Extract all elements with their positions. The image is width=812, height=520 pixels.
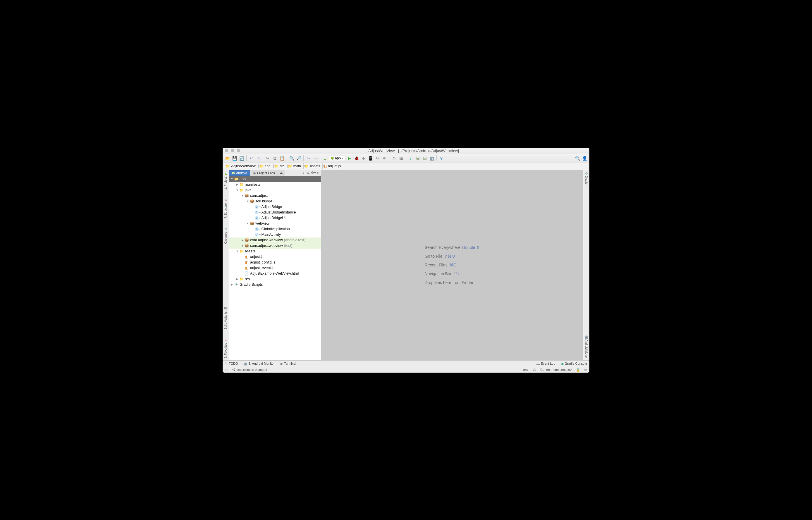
main-toolbar: 📂 💾 🔃 ↶ ↷ ✂ ⧉ 📋 🔍 🔎 ⇦ ⇨ ⤓ ⬢ app ▾ ▶ 🐞 ◆ … (222, 154, 590, 163)
tree-node-manifests[interactable]: ▶📁manifests (229, 182, 321, 187)
left-tool-gutter: 1: Project◆ 7: Structure◈ Captures◎ Buil… (222, 170, 229, 360)
run-config-label: app (335, 156, 341, 160)
trash-icon[interactable]: ▭ (584, 368, 587, 372)
tool-gradle-console[interactable]: ▣Gradle Console (561, 362, 587, 366)
tree-node-file-html[interactable]: 📄AdjustExample-WebView.html (229, 271, 321, 277)
redo-icon[interactable]: ↷ (255, 155, 262, 161)
tree-node-file-js[interactable]: ◧adjust.js (229, 254, 321, 260)
run-config-selector[interactable]: ⬢ app ▾ (329, 156, 345, 161)
hint-goto-label: Go to File (425, 254, 443, 259)
crumb-label: AdjustWebView (231, 164, 256, 168)
tool-structure[interactable]: 7: Structure◈ (224, 197, 227, 220)
crumb-main[interactable]: 📁main (287, 164, 303, 168)
android-head-icon[interactable]: 🤖 (428, 155, 435, 161)
tree-node-app[interactable]: ▼📁app (229, 176, 321, 182)
crumb-src[interactable]: 📁src (273, 164, 287, 168)
tree-node-gradle-scripts[interactable]: ▶◎Gradle Scripts (229, 282, 321, 287)
tool-terminal[interactable]: ▣Terminal (280, 362, 296, 366)
editor-empty[interactable]: Search EverywhereDouble ⇧ Go to File⇧⌘O … (321, 170, 583, 360)
tree-node-pkg-comadjust[interactable]: ▼📦com.adjust (229, 193, 321, 199)
hint-search-label: Search Everywhere (425, 245, 461, 250)
crumb-label: main (293, 164, 301, 168)
tree-node-pkg-androidtest[interactable]: ▶📦com.adjust.webview(androidTest) (229, 237, 321, 243)
tree-node-pkg-sdkbridge[interactable]: ▼📦sdk.bridge (229, 199, 321, 204)
run-icon[interactable]: ▶ (346, 155, 352, 161)
tree-node-class[interactable]: C●GlobalApplication (229, 226, 321, 232)
tool-icon-2[interactable]: ▣ (415, 155, 421, 161)
project-panel-tabs: ⬢Android ◉Project Files ◂▸ ⊙ ⇊ ⚙▾ ⇤ (229, 170, 321, 176)
sync-icon[interactable]: 🔃 (238, 155, 245, 161)
find-icon[interactable]: 🔍 (288, 155, 295, 161)
lock-icon[interactable]: 🔒 (576, 368, 580, 372)
help-icon[interactable]: ? (438, 155, 445, 161)
tree-node-file-js[interactable]: ◧adjust_config.js (229, 260, 321, 265)
cut-icon[interactable]: ✂ (265, 155, 271, 161)
tool-favorites[interactable]: 2: Favorites★ (224, 337, 227, 360)
status-context[interactable]: Context: <no context> (540, 368, 572, 371)
tree-node-class[interactable]: C●AdjustBridgeUtil (229, 215, 321, 221)
open-icon[interactable]: 📂 (224, 155, 231, 161)
tool-todo[interactable]: ✎TODO (225, 362, 238, 366)
tool-captures[interactable]: Captures◎ (224, 226, 227, 246)
zoom-dot[interactable] (237, 149, 240, 152)
sdk-manager-icon[interactable]: ▦ (398, 155, 404, 161)
tool-build-variants[interactable]: Build Variants🤖 (224, 305, 227, 331)
search-icon[interactable]: 🔍 (574, 155, 581, 161)
tree-node-pkg-webview[interactable]: ▼📦webview (229, 221, 321, 226)
tab-android[interactable]: ⬢Android (229, 170, 250, 176)
tool-android-model[interactable]: 🤖 Android Model (585, 335, 588, 358)
android-icon: ⬢ (232, 171, 235, 175)
scroll-from-source-icon[interactable]: ⊙ (303, 171, 306, 175)
rerun-icon[interactable]: ↻ (374, 155, 381, 161)
tool-icon-3[interactable]: ▤ (421, 155, 428, 161)
hide-icon[interactable]: ⇤ (317, 171, 320, 175)
hint-recent-label: Recent Files (425, 263, 448, 267)
tool-project[interactable]: 1: Project◆ (224, 171, 227, 191)
folder-icon: 📁 (274, 164, 279, 168)
tree-node-assets[interactable]: ▼📁assets (229, 249, 321, 254)
undo-icon[interactable]: ↶ (248, 155, 255, 161)
tab-nav-arrows[interactable]: ◂▸ (278, 170, 285, 176)
crumb-file[interactable]: ◧adjust.js (322, 164, 343, 168)
gear-icon[interactable]: ⚙▾ (311, 171, 316, 175)
tool-gradle[interactable]: ◎ Gradle (585, 172, 588, 185)
paste-icon[interactable]: 📋 (279, 155, 285, 161)
tree-node-file-js[interactable]: ◧adjust_event.js (229, 265, 321, 271)
debug-icon[interactable]: 🐞 (353, 155, 360, 161)
tool-android-monitor[interactable]: 🤖6: Android Monitor (243, 362, 275, 366)
tree-node-pkg-test[interactable]: ▶📦com.adjust.webview(test) (229, 243, 321, 249)
status-widget-icon[interactable]: ▢ (225, 368, 228, 372)
tool-event-log[interactable]: ▬Event Log (536, 362, 555, 366)
minimize-dot[interactable] (231, 149, 234, 152)
class-icon: C (255, 216, 259, 220)
crumb-root[interactable]: 📁AdjustWebView (224, 164, 258, 168)
tab-project-files[interactable]: ◉Project Files (250, 170, 278, 176)
tree-node-java[interactable]: ▼📁java (229, 187, 321, 193)
crumb-assets[interactable]: 📁assets (303, 164, 323, 168)
html-icon: 📄 (244, 271, 249, 276)
project-tree[interactable]: ▼📁app ▶📁manifests ▼📁java ▼📦com.adjust ▼📦… (229, 176, 321, 360)
profile-icon[interactable]: ◆ (360, 155, 367, 161)
folder-icon: 📁 (259, 164, 264, 168)
replace-icon[interactable]: 🔎 (295, 155, 302, 161)
attach-debugger-icon[interactable]: 📱 (367, 155, 373, 161)
user-icon[interactable]: 👤 (581, 155, 588, 161)
collapse-all-icon[interactable]: ⇊ (307, 171, 310, 175)
tool-icon-1[interactable]: ⇣ (408, 155, 414, 161)
avd-manager-icon[interactable]: ⚙ (391, 155, 397, 161)
forward-icon[interactable]: ⇨ (312, 155, 318, 161)
tree-node-class[interactable]: C●MainActivity (229, 232, 321, 237)
save-all-icon[interactable]: 💾 (231, 155, 238, 161)
panel-tool-icons: ⊙ ⇊ ⚙▾ ⇤ (303, 171, 321, 175)
traffic-lights[interactable] (225, 149, 240, 152)
make-icon[interactable]: ⤓ (322, 155, 328, 161)
copy-icon[interactable]: ⧉ (272, 155, 278, 161)
tree-node-res[interactable]: ▶📁res (229, 277, 321, 282)
tree-node-class[interactable]: C●AdjustBridge (229, 204, 321, 210)
tree-node-class[interactable]: C●AdjustBridgeInstance (229, 210, 321, 215)
tab-label: Project Files (257, 171, 275, 175)
close-dot[interactable] (225, 149, 229, 152)
stop-icon[interactable]: ■ (381, 155, 388, 161)
crumb-app[interactable]: 📁app (258, 164, 273, 168)
back-icon[interactable]: ⇦ (305, 155, 312, 161)
